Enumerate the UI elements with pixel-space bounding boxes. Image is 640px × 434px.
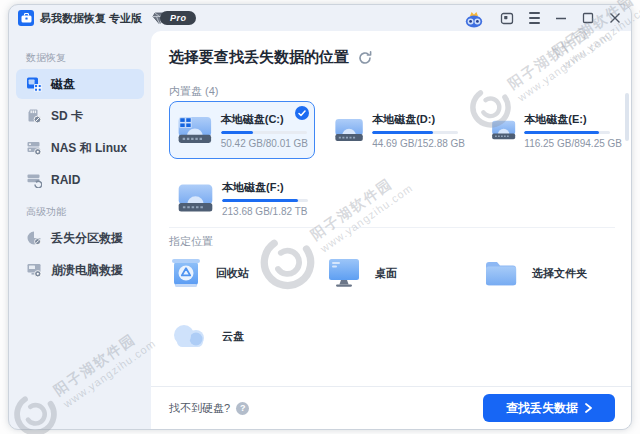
sidebar-item-label: 磁盘 xyxy=(51,76,75,93)
sidebar-item-label: SD 卡 xyxy=(51,108,83,125)
location-cloud-drive[interactable]: 云盘 xyxy=(169,321,326,351)
drive-icon xyxy=(177,181,214,215)
disk-card-f[interactable]: 本地磁盘(F:) 213.68 GB/1.82 TB xyxy=(169,169,315,227)
cloud-icon xyxy=(169,321,209,351)
location-label: 回收站 xyxy=(216,266,249,281)
internal-disks-label: 内置盘 (4) xyxy=(169,84,219,99)
sidebar-section-advanced: 高级功能 xyxy=(26,205,151,219)
sidebar-item-label: 丢失分区救援 xyxy=(51,230,123,247)
sidebar-item-nas-linux[interactable]: NAS 和 Linux xyxy=(16,133,144,163)
app-title: 易我数据恢复 专业版 xyxy=(40,11,142,26)
sidebar: 数据恢复 磁盘 SD 卡 NAS 和 Linux RAID 高级功能 丢失分区救… xyxy=(9,31,151,429)
refresh-icon[interactable] xyxy=(358,51,372,65)
sidebar-item-crashed-pc[interactable]: 崩溃电脑救援 xyxy=(16,255,144,285)
raid-icon xyxy=(26,172,42,188)
titlebar: 易我数据恢复 专业版 Pro xyxy=(9,5,631,31)
disk-size: 44.69 GB/152.88 GB xyxy=(372,138,465,149)
sidebar-item-lost-partition[interactable]: 丢失分区救援 xyxy=(16,223,144,253)
disk-card-c[interactable]: 本地磁盘(C:) 50.42 GB/80.01 GB xyxy=(169,101,315,159)
location-label: 云盘 xyxy=(222,329,244,344)
maximize-button[interactable] xyxy=(582,12,594,24)
menu-icon[interactable] xyxy=(529,11,540,25)
disk-size: 116.25 GB/894.25 GB xyxy=(524,138,622,149)
disk-name: 本地磁盘(E:) xyxy=(524,112,622,127)
selected-check-icon xyxy=(295,106,309,120)
gift-icon[interactable] xyxy=(500,11,514,25)
drive-icon xyxy=(177,113,213,147)
cant-find-disk-link[interactable]: 找不到硬盘? xyxy=(169,401,230,416)
disk-icon xyxy=(26,76,42,92)
sidebar-item-disk[interactable]: 磁盘 xyxy=(16,69,144,99)
drive-icon xyxy=(334,113,364,147)
scan-button[interactable]: 查找丢失数据 xyxy=(483,394,615,422)
close-button[interactable] xyxy=(609,12,621,24)
disk-name: 本地磁盘(F:) xyxy=(222,180,308,195)
section-divider xyxy=(169,227,615,228)
location-label: 桌面 xyxy=(375,266,397,281)
scrollbar-thumb[interactable] xyxy=(625,93,629,141)
disk-usage-bar xyxy=(524,131,610,134)
location-desktop[interactable]: 桌面 xyxy=(326,255,483,291)
main-panel: 选择要查找丢失数据的位置 内置盘 (4) 本地磁盘(C:) 50.42 GB/8… xyxy=(151,31,631,429)
nas-icon xyxy=(26,140,42,156)
sd-card-icon xyxy=(26,108,42,124)
chevron-right-icon xyxy=(585,403,592,413)
sidebar-item-label: 崩溃电脑救援 xyxy=(51,262,123,279)
crashed-pc-icon xyxy=(26,262,42,278)
disk-usage-bar xyxy=(222,199,308,202)
app-window: 易我数据恢复 专业版 Pro xyxy=(8,4,632,430)
lost-partition-icon xyxy=(26,230,42,246)
disk-name: 本地磁盘(D:) xyxy=(372,112,465,127)
sidebar-item-raid[interactable]: RAID xyxy=(16,165,144,195)
recycle-bin-icon xyxy=(169,255,203,291)
sidebar-section-data-recovery: 数据恢复 xyxy=(26,51,151,65)
sidebar-item-label: NAS 和 Linux xyxy=(51,140,127,157)
app-logo-icon xyxy=(18,10,34,26)
disk-usage-bar xyxy=(372,131,458,134)
disk-usage-bar xyxy=(221,131,307,134)
location-recycle-bin[interactable]: 回收站 xyxy=(169,255,326,291)
specified-location-label: 指定位置 xyxy=(169,234,213,249)
pro-badge-label: Pro xyxy=(160,11,196,25)
footer-bar: 找不到硬盘? ? 查找丢失数据 xyxy=(151,386,631,429)
disk-size: 50.42 GB/80.01 GB xyxy=(221,138,308,149)
sidebar-item-sd-card[interactable]: SD 卡 xyxy=(16,101,144,131)
disk-card-e[interactable]: 本地磁盘(E:) 116.25 GB/894.25 GB xyxy=(483,101,629,159)
scan-button-label: 查找丢失数据 xyxy=(506,400,578,417)
location-label: 选择文件夹 xyxy=(532,266,587,281)
help-icon[interactable]: ? xyxy=(236,402,249,415)
page-title: 选择要查找丢失数据的位置 xyxy=(169,48,349,67)
mascot-upgrade-icon[interactable] xyxy=(463,9,485,28)
desktop-icon xyxy=(326,256,362,290)
pro-badge: Pro xyxy=(152,11,196,25)
drive-icon xyxy=(491,113,516,147)
folder-icon xyxy=(483,257,519,289)
disk-card-d[interactable]: 本地磁盘(D:) 44.69 GB/152.88 GB xyxy=(326,101,472,159)
disk-size: 213.68 GB/1.82 TB xyxy=(222,206,308,217)
sidebar-item-label: RAID xyxy=(51,173,80,187)
minimize-button[interactable] xyxy=(555,12,567,24)
location-select-folder[interactable]: 选择文件夹 xyxy=(483,255,632,291)
windows-logo-icon xyxy=(180,118,191,128)
